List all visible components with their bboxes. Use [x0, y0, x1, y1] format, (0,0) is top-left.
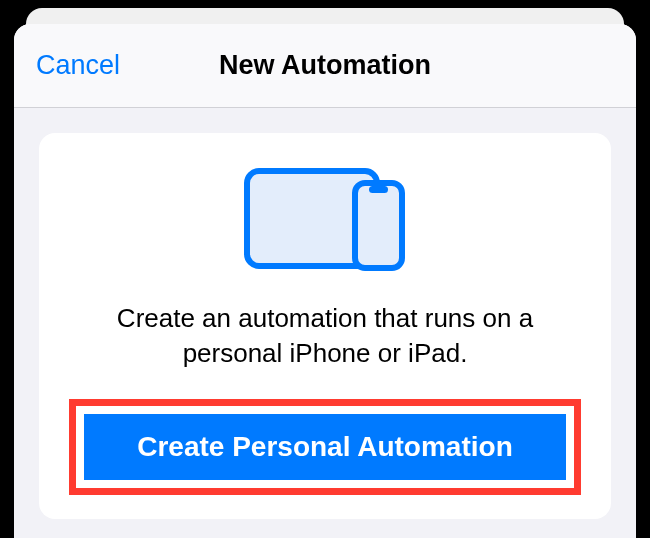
- highlight-annotation: Create Personal Automation: [69, 399, 581, 495]
- modal-sheet: Cancel New Automation Create an automati…: [14, 24, 636, 538]
- personal-automation-card: Create an automation that runs on a pers…: [39, 133, 611, 519]
- header-bar: Cancel New Automation: [14, 24, 636, 108]
- devices-icon: [69, 165, 581, 273]
- create-personal-automation-button[interactable]: Create Personal Automation: [84, 414, 566, 480]
- svg-rect-2: [369, 186, 388, 193]
- cancel-button[interactable]: Cancel: [36, 50, 120, 81]
- svg-rect-1: [355, 183, 402, 268]
- card-description: Create an automation that runs on a pers…: [69, 301, 581, 371]
